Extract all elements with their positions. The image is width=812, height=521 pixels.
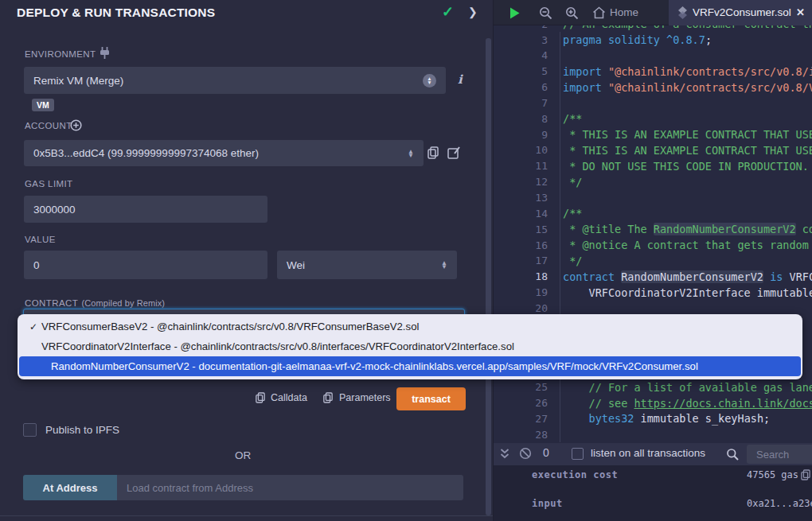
- copy-calldata-icon[interactable]: [256, 392, 265, 403]
- collapse-panel-icon[interactable]: ❯: [468, 6, 478, 18]
- code-text: // see https://docs.chain.link/docs/vrf-…: [563, 397, 812, 410]
- account-value: 0x5B3...eddC4 (99.99999999997374068 ethe…: [33, 147, 259, 159]
- panel-scrollbar[interactable]: [486, 38, 491, 515]
- listen-all-label: listen on all transactions: [591, 447, 705, 459]
- line-number: 18: [494, 270, 548, 282]
- tab-home[interactable]: Home: [610, 6, 638, 18]
- add-account-icon[interactable]: [70, 119, 82, 131]
- publish-ipfs-checkbox[interactable]: [23, 423, 37, 437]
- code-line[interactable]: 7: [494, 95, 812, 111]
- code-text: */: [563, 255, 582, 267]
- value-unit: Wei: [287, 259, 305, 271]
- code-line[interactable]: 6import "@chainlink/contracts/src/v0.8/V…: [494, 80, 812, 95]
- tab-file-label: VRFv2Consumer.sol: [693, 6, 791, 18]
- value-input[interactable]: [24, 251, 267, 279]
- terminal-search-input[interactable]: [747, 445, 812, 464]
- listen-all-checkbox[interactable]: [572, 448, 584, 460]
- at-address-button[interactable]: At Address: [23, 475, 117, 500]
- line-number: 10: [494, 144, 548, 156]
- contract-dropdown[interactable]: ✓VRFConsumerBaseV2 - @chainlink/contract…: [18, 314, 802, 379]
- line-number: 26: [494, 397, 548, 409]
- publish-ipfs-label: Publish to IPFS: [45, 424, 119, 436]
- copy-account-icon[interactable]: [427, 146, 439, 159]
- code-line[interactable]: 8/**: [494, 111, 812, 126]
- code-text: */: [563, 176, 582, 189]
- code-text: contract RandomNumberConsumerV2 is VRFCo…: [563, 270, 812, 283]
- select-carets-icon: ▲▼: [408, 150, 414, 157]
- at-address-input[interactable]: [117, 475, 463, 500]
- line-number: 14: [494, 208, 548, 220]
- environment-select[interactable]: Remix VM (Merge) ▲▼: [24, 67, 446, 94]
- home-icon[interactable]: [592, 6, 606, 19]
- code-line[interactable]: 11 * DO NOT USE THIS CODE IN PRODUCTION.: [494, 158, 812, 174]
- gas-limit-input[interactable]: [24, 196, 267, 223]
- code-line[interactable]: 25 // For a list of available gas lanes …: [494, 379, 812, 395]
- copy-parameters-icon[interactable]: [323, 392, 333, 403]
- line-number: 28: [494, 429, 548, 441]
- code-text: * DO NOT USE THIS CODE IN PRODUCTION.: [563, 160, 809, 173]
- deploy-run-panel: DEPLOY & RUN TRANSACTIONS ✓ ❯ ENVIRONMEN…: [0, 0, 494, 521]
- contract-option-label: VRFCoordinatorV2Interface - @chainlink/c…: [41, 340, 514, 352]
- contract-option[interactable]: ✓VRFConsumerBaseV2 - @chainlink/contract…: [19, 317, 801, 336]
- contract-option[interactable]: VRFCoordinatorV2Interface - @chainlink/c…: [19, 336, 801, 356]
- code-line[interactable]: 15 * @title The RandomNumberConsumerV2 c…: [494, 221, 812, 237]
- code-line[interactable]: 4: [494, 48, 812, 64]
- expand-terminal-icon[interactable]: [500, 448, 509, 460]
- code-line[interactable]: 3pragma solidity ^0.8.7;: [494, 32, 812, 48]
- environment-info-icon[interactable]: i: [458, 72, 463, 87]
- terminal-row: input0xa21...a23e4: [494, 498, 812, 511]
- code-line[interactable]: 19 VRFCoordinatorV2Interface immutable C…: [494, 285, 812, 301]
- account-label: ACCOUNT: [25, 121, 72, 130]
- line-number: 6: [494, 81, 548, 93]
- code-line[interactable]: 17 */: [494, 253, 812, 269]
- code-text: import "@chainlink/contracts/src/v0.8/in…: [563, 65, 812, 78]
- contract-option[interactable]: RandomNumberConsumerV2 - documentation-g…: [19, 356, 801, 376]
- code-line[interactable]: 14/**: [494, 205, 812, 221]
- code-line[interactable]: 5import "@chainlink/contracts/src/v0.8/i…: [494, 64, 812, 80]
- code-line[interactable]: 12 */: [494, 174, 812, 190]
- calldata-label[interactable]: Calldata: [271, 392, 307, 403]
- code-text: * THIS IS AN EXAMPLE CONTRACT THAT USES …: [563, 128, 812, 141]
- code-line[interactable]: 13: [494, 190, 812, 206]
- line-number: 9: [494, 129, 548, 141]
- line-number: 19: [494, 286, 548, 298]
- value-unit-select[interactable]: Wei ▲▼: [277, 251, 457, 279]
- code-text: VRFCoordinatorV2Interface immutable COOR…: [563, 286, 812, 299]
- select-stepper-icon: ▲▼: [423, 74, 436, 87]
- tab-file-active[interactable]: VRFv2Consumer.sol ✕: [669, 0, 812, 25]
- value-label: VALUE: [25, 235, 56, 244]
- panel-title: DEPLOY & RUN TRANSACTIONS: [17, 6, 215, 20]
- parameters-label[interactable]: Parameters: [339, 392, 391, 403]
- panel-divider: [0, 515, 494, 516]
- clear-console-icon[interactable]: [519, 447, 532, 460]
- terminal-row-key: input: [532, 498, 563, 509]
- close-tab-icon[interactable]: ✕: [796, 6, 805, 18]
- code-line[interactable]: 18contract RandomNumberConsumerV2 is VRF…: [494, 269, 812, 285]
- edit-account-icon[interactable]: [447, 146, 460, 159]
- contract-label-row: CONTRACT (Compiled by Remix): [25, 295, 165, 309]
- code-line[interactable]: 16 * @notice A contract that gets random…: [494, 237, 812, 253]
- contract-option-label: RandomNumberConsumerV2 - documentation-g…: [51, 360, 698, 372]
- line-number: 3: [494, 34, 548, 46]
- transaction-count: 0: [543, 446, 549, 459]
- terminal-header: 0 listen on all transactions: [494, 443, 812, 465]
- line-number: 17: [494, 255, 548, 266]
- zoom-out-icon[interactable]: [539, 6, 552, 20]
- run-script-icon[interactable]: [508, 6, 521, 20]
- code-line[interactable]: 28: [494, 426, 812, 442]
- code-line[interactable]: 10 * THIS IS AN EXAMPLE CONTRACT THAT US…: [494, 142, 812, 158]
- line-number: 13: [494, 192, 548, 204]
- code-line[interactable]: 26 // see https://docs.chain.link/docs/v…: [494, 395, 812, 411]
- account-select[interactable]: 0x5B3...eddC4 (99.99999999997374068 ethe…: [24, 140, 424, 166]
- code-line[interactable]: 9 * THIS IS AN EXAMPLE CONTRACT THAT USE…: [494, 126, 812, 142]
- code-text: * @title The RandomNumberConsumerV2 cont…: [563, 223, 812, 235]
- environment-label: ENVIRONMENT: [25, 49, 96, 59]
- copy-value-icon[interactable]: [801, 469, 810, 480]
- code-text: * THIS IS AN EXAMPLE CONTRACT THAT USES …: [563, 144, 812, 157]
- code-text: pragma solidity ^0.8.7;: [563, 33, 712, 46]
- line-number: 15: [494, 224, 548, 235]
- transact-button[interactable]: transact: [396, 387, 466, 410]
- zoom-in-icon[interactable]: [565, 6, 579, 20]
- code-line[interactable]: 27 bytes32 immutable s_keyHash;: [494, 410, 812, 426]
- line-number: 25: [494, 381, 548, 393]
